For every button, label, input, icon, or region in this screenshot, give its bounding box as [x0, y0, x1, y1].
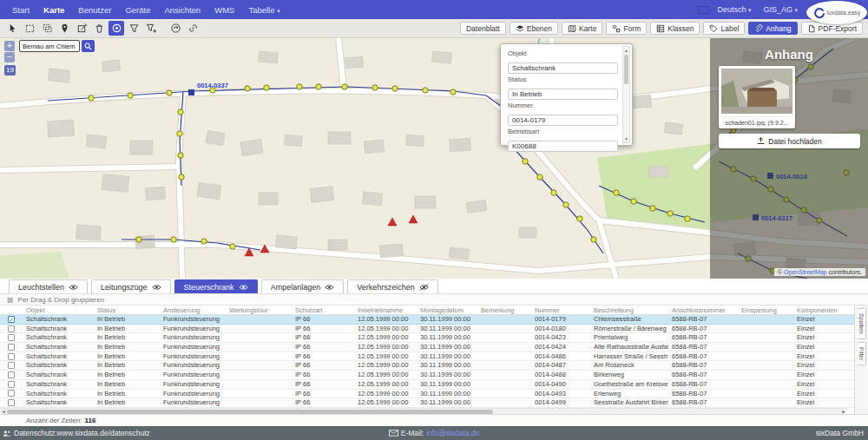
menu-item-tabelle[interactable]: Tabelle ▾ — [241, 5, 286, 15]
pin-tool-icon[interactable] — [56, 21, 72, 36]
table-cell: 12.05.1999 00:00 — [354, 352, 417, 361]
osm-link[interactable]: OpenStreetMap — [784, 269, 826, 275]
side-tab-filter[interactable]: Filter — [858, 342, 866, 366]
column-header[interactable]: Wartungstour — [226, 305, 292, 314]
table-row[interactable]: SchaltschrankIn BetriebFunkrundsteuerung… — [0, 343, 854, 352]
menu-item-ansichten[interactable]: Ansichten — [157, 5, 207, 15]
table-cell: Funkrundsteuerung — [160, 315, 226, 324]
table-horizontal-scrollbar[interactable]: ◀▶ — [0, 408, 847, 414]
row-checkbox[interactable] — [8, 334, 15, 341]
form-button[interactable]: Form — [606, 22, 647, 35]
data-table: Objekt Status Ansteuerung Wartungstour S… — [0, 305, 854, 408]
karte-button[interactable]: Karte — [562, 22, 602, 35]
column-header[interactable]: Beschreibung — [590, 305, 668, 314]
link-tool-icon[interactable] — [185, 21, 201, 36]
menu-item-geraete[interactable]: Geräte — [118, 5, 157, 15]
attachment-card[interactable]: schaden01.jpg. (9.9.2... — [719, 66, 795, 128]
table-cell: Birkenweg — [590, 371, 668, 379]
filter-add-tool-icon[interactable] — [143, 21, 159, 36]
table-cell: 30.11.1999 00:00 — [417, 380, 477, 389]
row-checkbox[interactable]: ✓ — [8, 316, 15, 323]
tab-leuchtstellen[interactable]: Leuchtstellen — [9, 279, 88, 293]
anhang-button[interactable]: Anhang — [748, 22, 797, 35]
column-header[interactable]: Anschlussnummer — [668, 305, 738, 314]
table-cell: Funkrundsteuerung — [160, 361, 226, 370]
column-header[interactable]: Komponenten — [793, 305, 847, 314]
label-button[interactable]: Label — [703, 22, 745, 35]
tab-verkehrszeichen[interactable]: Verkehrszeichen — [347, 279, 438, 293]
mail-link[interactable]: info@sixdata.de — [426, 429, 479, 437]
table-row[interactable]: SchaltschrankIn BetriebFunkrundsteuerung… — [0, 380, 854, 390]
tab-steuerschrank[interactable]: Steuerschrank — [174, 279, 258, 293]
table-row[interactable]: SchaltschrankIn BetriebFunkrundsteuerung… — [0, 361, 854, 371]
upload-file-button[interactable]: Datei hochladen — [719, 134, 860, 148]
menu-item-wms[interactable]: WMS — [207, 5, 241, 15]
table-row[interactable]: SchaltschrankIn BetriebFunkrundsteuerung… — [0, 398, 854, 408]
delete-tool-icon[interactable] — [91, 21, 107, 36]
klassen-button[interactable]: Klassen — [650, 22, 700, 35]
tab-leitungszuege[interactable]: Leitungszüge — [91, 279, 171, 293]
datenblatt-button[interactable]: Datenblatt — [460, 22, 506, 35]
pointer-tool-icon[interactable] — [4, 21, 20, 36]
table-row[interactable]: SchaltschrankIn BetriebFunkrundsteuerung… — [0, 390, 854, 399]
select-multi-icon[interactable] — [39, 21, 55, 36]
grouping-bar[interactable]: ▦ Per Drag & Drop gruppieren — [0, 294, 868, 305]
popup-scrollbar[interactable]: ▲▼ — [622, 46, 630, 143]
eye-slash-icon[interactable] — [419, 284, 429, 291]
search-button[interactable] — [82, 40, 95, 52]
row-checkbox[interactable] — [8, 325, 15, 332]
zoom-out-button[interactable]: − — [4, 52, 15, 62]
table-cell — [477, 371, 531, 379]
cabinet-marker[interactable] — [188, 89, 194, 95]
search-input[interactable] — [19, 40, 80, 52]
select-all-cell[interactable] — [0, 305, 23, 314]
column-header[interactable]: Objekt — [23, 305, 94, 314]
column-header[interactable]: Schutzart — [292, 305, 354, 314]
rotate-tool-icon[interactable] — [168, 21, 183, 36]
column-header[interactable]: Inbetriebnahme — [354, 305, 417, 314]
menu-item-benutzer[interactable]: Benutzer — [71, 5, 118, 15]
menu-item-start[interactable]: Start — [5, 5, 36, 15]
menu-item-karte[interactable]: Karte — [36, 5, 71, 15]
table-cell: Funkrundsteuerung — [160, 371, 226, 379]
row-checkbox[interactable] — [8, 399, 15, 406]
table-row[interactable]: SchaltschrankIn BetriebFunkrundsteuerung… — [0, 371, 854, 380]
account-selector[interactable]: GIS_AG ▾ — [759, 5, 802, 14]
column-header[interactable]: Ansteuerung — [160, 305, 226, 314]
eye-icon[interactable] — [69, 284, 78, 291]
objekt-field[interactable] — [508, 62, 618, 74]
ebenen-button[interactable]: Ebenen — [510, 22, 558, 35]
row-checkbox[interactable] — [8, 344, 15, 351]
eye-icon[interactable] — [239, 284, 248, 291]
row-checkbox[interactable] — [8, 362, 15, 369]
map-viewport[interactable]: 0014-0337 0014-0179 0014-0018 0014-0317 … — [0, 38, 868, 279]
attachment-thumbnail[interactable] — [721, 69, 792, 114]
edit-tool-icon[interactable] — [74, 21, 89, 36]
eye-icon[interactable] — [152, 284, 161, 291]
tab-ampelanlagen[interactable]: Ampelanlagen — [261, 279, 345, 293]
eye-icon[interactable] — [325, 284, 334, 291]
row-checkbox[interactable] — [8, 353, 15, 360]
column-header[interactable]: Bemerkung — [477, 305, 531, 314]
target-tool-icon[interactable] — [108, 21, 124, 36]
language-selector[interactable]: Deutsch ▾ — [713, 5, 755, 14]
column-header[interactable]: Nummer — [531, 305, 590, 314]
row-checkbox[interactable] — [8, 381, 15, 388]
side-tab-spalten[interactable]: Spalten — [858, 308, 866, 339]
status-field[interactable] — [508, 89, 618, 100]
table-cell: In Betrieb — [94, 352, 160, 361]
column-header[interactable]: Montagedatum — [417, 305, 477, 314]
filter-tool-icon[interactable] — [126, 21, 141, 36]
select-rectangle-icon[interactable] — [22, 21, 37, 36]
row-checkbox[interactable] — [8, 390, 15, 397]
betriebsart-field[interactable] — [508, 141, 618, 152]
zoom-in-button[interactable]: + — [4, 41, 15, 51]
table-row[interactable]: ✓SchaltschrankIn BetriebFunkrundsteuerun… — [0, 315, 854, 325]
table-row[interactable]: SchaltschrankIn BetriebFunkrundsteuerung… — [0, 352, 854, 362]
column-header[interactable]: Status — [94, 305, 160, 314]
table-row[interactable]: SchaltschrankIn BetriebFunkrundsteuerung… — [0, 333, 854, 343]
column-header[interactable]: Einspeisung — [738, 305, 793, 314]
nummer-field[interactable] — [508, 115, 618, 126]
table-row[interactable]: SchaltschrankIn BetriebFunkrundsteuerung… — [0, 325, 854, 334]
row-checkbox[interactable] — [8, 371, 15, 378]
